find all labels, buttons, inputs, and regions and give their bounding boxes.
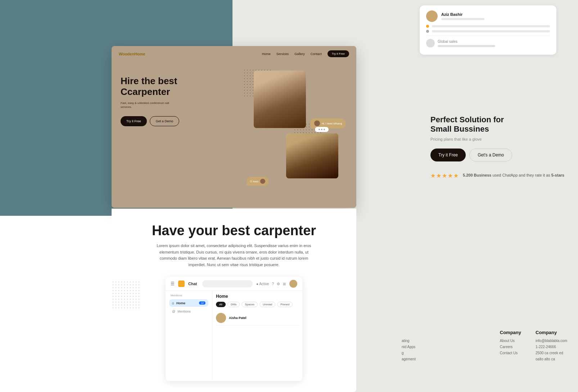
star-2: ★ — [436, 172, 441, 179]
footer-section: Company About Us Careers Contact Us Comp… — [500, 330, 567, 363]
footer-col-2-title: Company — [536, 330, 567, 335]
perfect-solution-title: Perfect Solution for Small Bussines — [430, 115, 567, 134]
chat-app-title: Chat — [188, 282, 197, 286]
rating-mid: used ChatApp and they rate it as — [493, 173, 550, 177]
avatar — [426, 10, 438, 22]
user-row: Aziz Bashir — [426, 10, 550, 22]
white-section-desc: Lorem ipsum dolor sit amet, consectetur … — [151, 243, 317, 268]
footer-partial-link-4[interactable]: agement — [402, 357, 445, 361]
white-section-title: Have your best carpenter — [122, 223, 346, 238]
get-demo-button[interactable]: Get a Demo — [150, 116, 180, 126]
hero-title-line1: Hire the best — [121, 76, 177, 86]
carpenter-image-2 — [286, 133, 338, 178]
grid-icon[interactable]: ⊞ — [283, 282, 286, 286]
footer-left-partial: ating nid Apps g agement — [402, 339, 445, 363]
message-sender-name: Aisha Patel — [229, 316, 299, 320]
filter-tab-dms[interactable]: DMs — [227, 302, 240, 307]
chat-mentions-item[interactable]: @ Mentions — [169, 308, 208, 315]
perfect-title-line2: Small Bussines — [430, 124, 489, 133]
typing-dot-2 — [321, 129, 322, 130]
divider — [426, 36, 550, 36]
chat-bar-icons: ● Active ? ⚙ ⊞ — [256, 282, 286, 286]
nav-home[interactable]: Home — [262, 52, 271, 56]
hero-title-line2: Ccarpenter — [121, 86, 170, 97]
chat-app-bar: ☰ Chat ● Active ? ⚙ ⊞ — [166, 277, 302, 291]
chat-search-bar[interactable] — [202, 280, 252, 287]
message-avatar — [216, 313, 226, 323]
rating-section: ★ ★ ★ ★ ★ 5.200 Business used ChatApp an… — [430, 172, 567, 179]
status-row-1 — [426, 25, 550, 28]
stars-row: ★ ★ ★ ★ ★ — [430, 172, 459, 179]
wooden-hero-subtitle: Fast, easy & unlimited conference call s… — [121, 101, 175, 109]
chat-typing-indicator — [315, 127, 329, 132]
filter-tab-spaces[interactable]: Spaces — [241, 302, 258, 307]
user-sub-bar — [441, 18, 484, 20]
dot-pattern-card — [112, 281, 140, 309]
star-1: ★ — [430, 172, 435, 179]
global-sales-info: Global sales — [438, 40, 495, 47]
chat-bubble-hi: Hi, I need loftsang — [311, 118, 346, 128]
nav-services[interactable]: Services — [276, 52, 289, 56]
typing-dot-3 — [324, 129, 325, 130]
perfect-try-free-button[interactable]: Try it Free — [430, 149, 466, 161]
chat-bubble-bottom: O hooo — [247, 177, 269, 186]
footer-link-careers[interactable]: Careers — [500, 345, 521, 349]
nav-cta-button[interactable]: Try it Free — [328, 50, 349, 57]
footer-partial-link-1[interactable]: ating — [402, 339, 445, 343]
global-bar — [438, 45, 495, 47]
chat-main-title: Home — [216, 294, 299, 299]
chat-mentions-label: Mentions — [177, 310, 191, 313]
global-sales-label: Global sales — [438, 40, 495, 44]
footer-link-address1[interactable]: 2500 ca creek ed — [536, 351, 567, 355]
footer-col-1: Company About Us Careers Contact Us — [500, 330, 521, 363]
perfect-solution-btn-group: Try it Free Get's a Demo — [430, 149, 567, 161]
chat-bubble-bottom-text: O hooo — [250, 180, 258, 183]
typing-dot-1 — [319, 129, 320, 130]
star-4: ★ — [448, 172, 453, 179]
perfect-solution-section: Perfect Solution for Small Bussines Pric… — [430, 115, 567, 179]
chat-message-item[interactable]: Aisha Patel — [216, 311, 299, 325]
filter-tab-pinned[interactable]: Pinned — [277, 302, 293, 307]
status-row-2 — [426, 30, 550, 33]
footer-link-contact[interactable]: Contact Us — [500, 351, 521, 355]
filter-tab-unread[interactable]: Unread — [259, 302, 275, 307]
footer-col-1-title: Company — [500, 330, 521, 335]
chat-app-preview: ☰ Chat ● Active ? ⚙ ⊞ Mentions ⌂ Home 12 — [166, 277, 302, 381]
carpenter-image-1 — [254, 70, 306, 128]
footer-partial-link-3[interactable]: g — [402, 351, 445, 355]
help-icon[interactable]: ? — [272, 282, 274, 286]
global-sales-icon — [426, 39, 435, 47]
try-free-button[interactable]: Try it Free — [121, 116, 147, 126]
footer-link-about[interactable]: About Us — [500, 339, 521, 343]
mentions-icon: @ — [172, 310, 175, 313]
shortcuts-label: Mentions — [169, 294, 208, 297]
wooden-hero-title: Hire the best Ccarpenter — [121, 76, 239, 97]
filter-tab-all[interactable]: All — [216, 302, 226, 307]
hamburger-icon[interactable]: ☰ — [171, 281, 175, 286]
settings-icon[interactable]: ⚙ — [277, 282, 280, 286]
wooden-btn-group: Try it Free Get a Demo — [121, 116, 239, 126]
carpenter-image-1-inner — [254, 70, 306, 128]
active-status: ● Active — [256, 282, 269, 286]
star-3: ★ — [442, 172, 447, 179]
perfect-get-demo-button[interactable]: Get's a Demo — [469, 149, 512, 161]
top-right-widget: Aziz Bashir Global sales — [420, 5, 556, 58]
rating-count: 5.200 Business — [463, 173, 492, 177]
logo-text: WoodenHome — [119, 52, 145, 56]
footer-link-email[interactable]: info@blablabla.com — [536, 339, 567, 343]
perfect-title-line1: Perfect Solution for — [430, 115, 504, 124]
status-dot-gray — [426, 30, 429, 33]
nav-gallery[interactable]: Gallery — [294, 52, 305, 56]
chat-main: Home All DMs Spaces Unread Pinned Aisha … — [212, 291, 302, 381]
chat-icon-yellow — [178, 281, 185, 287]
white-section: Have your best carpenter Lorem ipsum dol… — [112, 209, 356, 392]
chat-app-body: Mentions ⌂ Home 12 @ Mentions Home All D… — [166, 291, 302, 381]
carpenter-image-2-inner — [286, 133, 338, 178]
footer-partial-link-2[interactable]: nid Apps — [402, 345, 445, 349]
wooden-nav-links: Home Services Gallery Contact Try it Fre… — [262, 50, 349, 57]
message-info: Aisha Patel — [229, 316, 299, 320]
footer-link-phone[interactable]: 1-222-24666 — [536, 345, 567, 349]
chat-home-item[interactable]: ⌂ Home 12 — [169, 299, 208, 307]
footer-link-address2[interactable]: oalto alto ca — [536, 357, 567, 361]
nav-contact[interactable]: Contact — [311, 52, 322, 56]
